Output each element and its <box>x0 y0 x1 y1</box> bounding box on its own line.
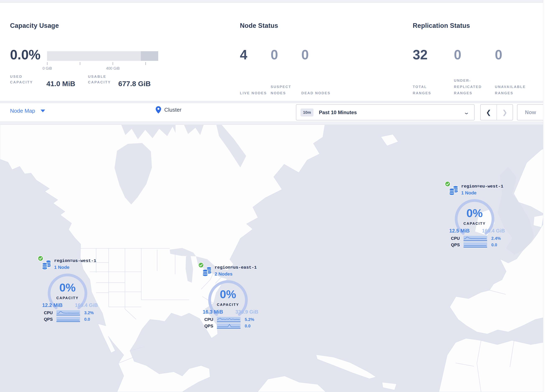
region-node-count: 1 Node <box>461 190 477 196</box>
under-replicated-ranges-label: UNDER-REPLICATED RANGES <box>454 78 490 96</box>
region-capacity-label: CAPACITY <box>47 296 88 300</box>
capacity-axis-label-0: 0 GiB <box>43 66 52 71</box>
region-capacity-percent: 0% <box>454 206 495 219</box>
region-name: region=us-east-1 <box>215 265 257 270</box>
cpu-value: 3.2% <box>84 311 94 315</box>
usable-capacity-value: 677.8 GiB <box>118 80 151 88</box>
qps-label: QPS <box>204 324 217 329</box>
qps-value: 0.0 <box>491 243 497 247</box>
replication-status-title: Replication Status <box>413 22 470 30</box>
breadcrumb-cluster[interactable]: Cluster <box>155 106 181 114</box>
page-right-edge <box>543 0 545 392</box>
map-toolbar: Node Map Cluster 10m Past 10 Minutes ⌄ ❮… <box>0 103 545 122</box>
usable-capacity-label: USABLE CAPACITY <box>88 74 119 85</box>
cluster-summary-bar: Capacity Usage 0.0% 0 GiB 400 GiB USED C… <box>0 2 545 101</box>
total-ranges-metric: 32 TOTAL RANGES <box>413 47 427 62</box>
time-range-label: Past 10 Minutes <box>319 110 357 115</box>
capacity-axis-tick <box>145 62 146 65</box>
time-window-prev-button[interactable]: ❮ <box>481 105 497 120</box>
capacity-axis-tick <box>113 62 113 65</box>
cpu-sparkline <box>217 317 241 322</box>
capacity-usage-bar-reserved-segment <box>141 51 158 61</box>
qps-sparkline <box>217 324 241 329</box>
region-marker-eu-west-1[interactable]: region=eu-west-1 1 Node 0% CAPACITY 12.5… <box>444 181 507 250</box>
view-selector-dropdown[interactable]: Node Map <box>10 108 45 114</box>
suspect-nodes-metric: 0 SUSPECT NODES <box>271 47 278 62</box>
time-window-now-button[interactable]: Now <box>517 104 544 120</box>
region-capacity-percent: 0% <box>207 288 249 301</box>
total-ranges-label: TOTAL RANGES <box>413 84 446 96</box>
capacity-axis-label-400: 400 GiB <box>106 66 119 71</box>
chevron-down-icon: ⌄ <box>463 109 470 116</box>
cpu-sparkline <box>464 236 487 241</box>
unavailable-ranges-label: UNAVAILABLE RANGES <box>495 84 535 96</box>
time-window-nav: ❮ ❯ <box>480 104 513 120</box>
node-status-title: Node Status <box>240 22 278 30</box>
dead-nodes-value: 0 <box>301 47 309 62</box>
qps-value: 0.0 <box>245 324 251 329</box>
capacity-usage-percent: 0.0% <box>10 47 41 62</box>
under-replicated-ranges-value: 0 <box>454 47 461 62</box>
region-capacity-label: CAPACITY <box>454 222 495 226</box>
view-selector-label: Node Map <box>10 108 35 114</box>
qps-label: QPS <box>451 243 463 247</box>
qps-label: QPS <box>44 317 56 322</box>
region-capacity-label: CAPACITY <box>207 303 249 307</box>
breadcrumb-label: Cluster <box>164 107 181 113</box>
cpu-value: 5.2% <box>245 317 254 322</box>
cockroachdb-cluster-overview: Capacity Usage 0.0% 0 GiB 400 GiB USED C… <box>0 0 545 392</box>
dead-nodes-metric: 0 DEAD NODES <box>301 47 309 62</box>
region-used-capacity: 12.2 MiB <box>42 302 62 308</box>
used-capacity-label: USED CAPACITY <box>10 74 41 85</box>
region-node-count: 1 Node <box>54 265 69 270</box>
cpu-sparkline <box>56 310 80 316</box>
live-nodes-metric: 4 LIVE NODES <box>240 47 248 62</box>
database-stack-icon <box>41 260 52 271</box>
total-ranges-value: 32 <box>413 47 427 62</box>
suspect-nodes-value: 0 <box>271 47 278 62</box>
database-stack-icon <box>201 266 213 278</box>
chevron-down-icon <box>41 110 45 112</box>
cpu-value: 2.4% <box>491 236 501 241</box>
region-name: region=eu-west-1 <box>461 184 503 189</box>
region-used-capacity: 16.3 MiB <box>203 309 223 315</box>
unavailable-ranges-metric: 0 UNAVAILABLE RANGES <box>495 47 502 62</box>
unavailable-ranges-value: 0 <box>495 47 502 62</box>
region-capacity-percent: 0% <box>47 281 88 294</box>
time-range-selector[interactable]: 10m Past 10 Minutes ⌄ <box>296 104 475 120</box>
region-used-capacity: 12.5 MiB <box>449 228 470 234</box>
node-map-canvas: region=us-west-1 1 Node 0% CAPACITY 12.2… <box>0 124 545 392</box>
dead-nodes-label: DEAD NODES <box>301 90 330 96</box>
capacity-usage-bar <box>47 51 158 61</box>
location-pin-icon <box>155 106 161 114</box>
region-node-count: 2 Nodes <box>215 271 233 277</box>
database-stack-icon <box>448 185 459 197</box>
region-marker-us-east-1[interactable]: region=us-east-1 2 Nodes 0% CAPACITY 16.… <box>198 262 260 331</box>
cpu-label: CPU <box>44 311 56 315</box>
region-total-capacity: 169.4 GiB <box>482 228 505 234</box>
region-marker-us-west-1[interactable]: region=us-west-1 1 Node 0% CAPACITY 12.2… <box>37 255 100 324</box>
region-total-capacity: 169.4 GiB <box>75 302 98 308</box>
capacity-axis-tick <box>47 62 47 65</box>
used-capacity-value: 41.0 MiB <box>46 80 75 88</box>
live-nodes-value: 4 <box>240 47 248 62</box>
region-name: region=us-west-1 <box>54 258 96 263</box>
capacity-axis-tick <box>80 62 80 65</box>
qps-value: 0.0 <box>84 317 90 322</box>
cpu-label: CPU <box>451 236 463 241</box>
time-window-next-button[interactable]: ❯ <box>497 105 513 120</box>
region-total-capacity: 338.9 GiB <box>235 309 258 315</box>
qps-sparkline <box>56 317 80 322</box>
live-nodes-label: LIVE NODES <box>240 90 267 96</box>
time-range-badge: 10m <box>301 108 313 117</box>
cpu-label: CPU <box>204 317 217 322</box>
qps-sparkline <box>464 242 487 248</box>
suspect-nodes-label: SUSPECT NODES <box>271 84 304 96</box>
under-replicated-ranges-metric: 0 UNDER-REPLICATED RANGES <box>454 47 461 62</box>
capacity-usage-title: Capacity Usage <box>10 22 59 30</box>
